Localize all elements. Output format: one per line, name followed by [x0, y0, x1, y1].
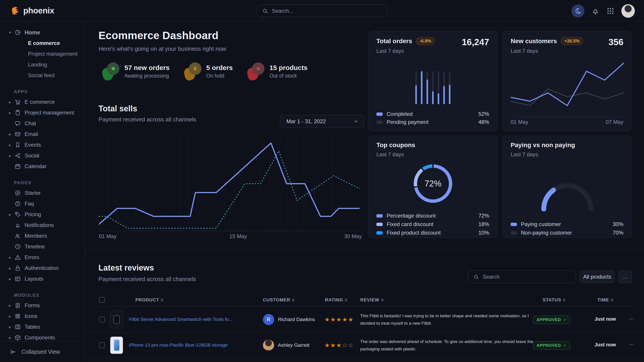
- legend-item: Pending payment48%: [376, 119, 489, 125]
- sidebar-subitem-landing[interactable]: Landing: [0, 59, 85, 70]
- column-header-product[interactable]: PRODUCT⇅: [136, 297, 164, 303]
- sidebar-item-faq[interactable]: ▸Faq: [0, 198, 85, 209]
- sidebar-item-label: Components: [24, 335, 55, 341]
- caret-right-icon: ▸: [9, 314, 14, 319]
- search-icon: [262, 8, 268, 14]
- stat-success: 57 new ordersAwating processing: [102, 62, 170, 80]
- navbar-actions: [572, 0, 635, 22]
- sort-icon: ⇅: [292, 298, 295, 302]
- legend-label: Pending payment: [387, 119, 428, 125]
- column-header-status[interactable]: STATUS⇅: [543, 297, 566, 303]
- sidebar-item-timeline[interactable]: ▸Timeline: [0, 241, 85, 252]
- tag-icon: [14, 211, 24, 218]
- nc-axis-end: 07 May: [606, 119, 624, 125]
- sidebar-item-label: Notifications: [24, 222, 54, 228]
- sidebar-item-authentication[interactable]: ▸Authentication: [0, 263, 85, 274]
- bell-icon: [14, 222, 24, 229]
- donut-center-label: 72%: [424, 179, 442, 188]
- user-avatar[interactable]: [621, 4, 635, 18]
- legend-label: Fixed product discount: [387, 230, 440, 236]
- sidebar-item-email[interactable]: ▸Email: [0, 129, 85, 139]
- sidebar-item-label: Project management: [24, 110, 74, 116]
- sidebar-item-e-commerce[interactable]: ▸E commerce: [0, 97, 85, 107]
- notifications-button[interactable]: [591, 7, 600, 15]
- caret-right-icon: ▸: [9, 99, 14, 105]
- sidebar-item-social[interactable]: ▸Social: [0, 150, 85, 161]
- legend-item: Non-paying customer70%: [511, 230, 624, 236]
- sidebar-subitem-social-feed[interactable]: Social feed: [0, 70, 85, 81]
- apps-grid-button[interactable]: [606, 7, 614, 15]
- total-orders-period: Last 7 days: [376, 48, 404, 54]
- product-thumbnail: [110, 337, 123, 354]
- caret-down-icon: ▾: [9, 30, 14, 35]
- sidebar-item-label: Starter: [24, 190, 41, 196]
- product-link[interactable]: iPhone 13 pro max-Pacific Blue-128GB sto…: [129, 342, 254, 348]
- sidebar-item-project-management[interactable]: ▸Project management: [0, 107, 85, 118]
- sidebar-section-label: MODULES: [0, 293, 85, 298]
- legend-swatch: [376, 223, 383, 226]
- sidebar-item-starter[interactable]: ▸Starter: [0, 188, 85, 198]
- all-products-filter-button[interactable]: All products: [580, 271, 615, 283]
- sidebar-item-errors[interactable]: ▸Errors: [0, 252, 85, 263]
- row-more-button[interactable]: ⋯: [629, 316, 634, 322]
- select-all-checkbox[interactable]: [99, 297, 105, 303]
- sidebar-item-icons[interactable]: ▸Icons: [0, 311, 85, 322]
- sidebar-item-events[interactable]: ▸Events: [0, 139, 85, 150]
- column-header-customer[interactable]: CUSTOMER⇅: [263, 297, 295, 303]
- legend-value: 72%: [478, 213, 489, 219]
- sidebar-item-forms[interactable]: ▸Forms: [0, 300, 85, 311]
- legend-item: Paying customer30%: [511, 221, 624, 227]
- brand-logo[interactable]: phoenix: [10, 5, 54, 16]
- page-title: Ecommerce Dashboard: [98, 29, 218, 41]
- search-placeholder: Search...: [272, 8, 293, 14]
- sidebar-item-label: Icons: [24, 313, 37, 319]
- pie-chart-icon: [14, 29, 24, 36]
- main-content: Ecommerce Dashboard Here's what's going …: [85, 22, 644, 362]
- check-icon: ✓: [563, 343, 567, 348]
- sidebar-item-label: Chat: [24, 120, 36, 127]
- layout-icon: [14, 276, 24, 282]
- legend-label: Completed: [387, 111, 413, 117]
- review-table-row: Fitbit Sense Advanced Smartwatch with To…: [85, 307, 644, 333]
- sidebar-item-chat[interactable]: ▸Chat: [0, 118, 85, 129]
- row-checkbox[interactable]: [99, 317, 105, 323]
- total-sells-subtitle: Payment received across all channels: [98, 116, 196, 123]
- sidebar-item-pricing[interactable]: ▸Pricing: [0, 209, 85, 220]
- stat-title: 5 orders: [206, 64, 233, 71]
- legend-label: Fixed card discount: [387, 221, 433, 227]
- grid-icon: [14, 313, 24, 320]
- bell-icon: [591, 7, 600, 15]
- new-customers-line-chart: [511, 59, 624, 115]
- sidebar-item-layouts[interactable]: ▸Layouts: [0, 274, 85, 284]
- top-coupons-card: Top coupons Last 7 days 72% Percentage d…: [368, 135, 498, 238]
- review-time: Just now: [594, 342, 616, 348]
- table-icon: [14, 324, 24, 330]
- row-checkbox[interactable]: [99, 342, 105, 348]
- stat-warning: 5 ordersOn hold: [184, 62, 233, 80]
- sidebar-item-home[interactable]: ▾Home: [0, 27, 85, 38]
- compass-icon: [14, 190, 24, 196]
- sidebar-item-calendar[interactable]: ▸Calendar: [0, 161, 85, 172]
- sidebar-item-tables[interactable]: ▸Tables: [0, 322, 85, 332]
- sidebar-subitem-project-management[interactable]: Project management: [0, 48, 85, 59]
- reviews-search-input[interactable]: Search: [468, 271, 576, 283]
- collapse-icon: [10, 349, 16, 355]
- theme-toggle-button[interactable]: [572, 4, 584, 17]
- date-range-select[interactable]: Mar 1 - 31, 2022: [280, 115, 364, 128]
- reviews-table-header: PRODUCT⇅CUSTOMER⇅RATING⇅REVIEW⇅STATUS⇅TI…: [85, 297, 644, 306]
- sidebar-item-members[interactable]: ▸Members: [0, 231, 85, 241]
- column-header-review[interactable]: REVIEW⇅: [360, 297, 384, 303]
- row-more-button[interactable]: ⋯: [629, 342, 634, 348]
- new-customers-badge: +26.5%: [561, 37, 583, 45]
- global-search-input[interactable]: Search...: [256, 4, 388, 17]
- column-header-time[interactable]: TIME⇅: [598, 297, 614, 303]
- sidebar-item-label: Faq: [24, 201, 34, 207]
- legend-swatch: [376, 120, 383, 124]
- x-axis-label-start: 01 May: [99, 233, 116, 240]
- product-link[interactable]: Fitbit Sense Advanced Smartwatch with To…: [129, 317, 254, 322]
- reviews-more-button[interactable]: ...: [619, 271, 632, 283]
- collapsed-view-toggle[interactable]: Collapsed View: [0, 342, 85, 362]
- sidebar-item-notifications[interactable]: ▸Notifications: [0, 220, 85, 231]
- sidebar-subitem-e-commerce[interactable]: E commerce: [0, 38, 85, 48]
- column-header-rating[interactable]: RATING⇅: [325, 297, 348, 303]
